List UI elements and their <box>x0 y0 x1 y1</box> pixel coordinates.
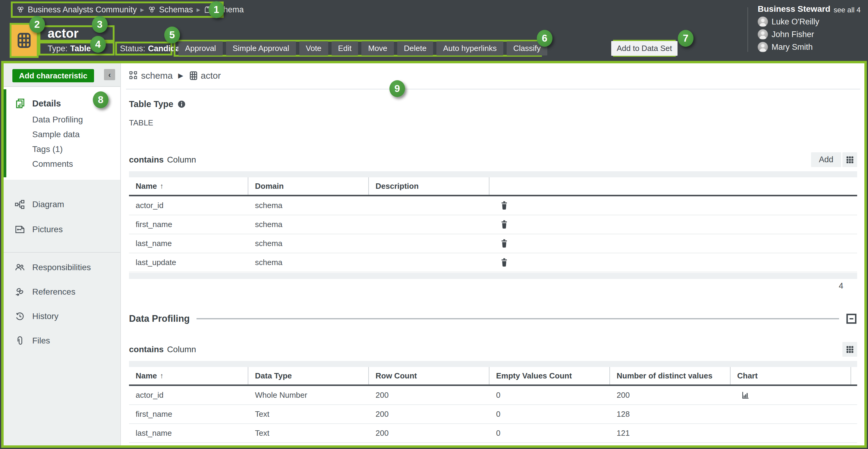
delete-button[interactable]: Delete <box>397 41 433 56</box>
cell-domain[interactable]: schema <box>248 234 369 253</box>
table-bottom-band <box>129 273 857 279</box>
sidebar-divider <box>4 252 120 253</box>
callout-badge-6: 6 <box>537 30 553 47</box>
breadcrumb-separator-icon: ▸ <box>196 5 200 14</box>
column-row-last_update: last_update schema <box>129 253 857 272</box>
column-row-first_name: first_name schema <box>129 215 857 234</box>
cell-name: last_name <box>129 424 248 442</box>
add-to-dataset-button[interactable]: Add to Data Set <box>611 41 678 56</box>
column-header-domain[interactable]: Domain <box>248 177 369 195</box>
see-all-link[interactable]: see all 4 <box>834 6 861 14</box>
table-view-toggle-button[interactable] <box>842 152 857 167</box>
top-header: Business Analysts Community ▸ Schemas ▸ … <box>0 0 868 61</box>
delete-icon[interactable] <box>500 201 509 211</box>
sidebar-item-references[interactable]: References <box>4 279 120 304</box>
delete-icon[interactable] <box>500 219 509 230</box>
sidebar-collapse-button[interactable]: ‹ <box>104 69 115 80</box>
avatar <box>758 17 768 27</box>
cell-name: last_name <box>129 234 248 253</box>
asset-status-box: Status: Candidate <box>115 41 173 56</box>
cell-empty-values: 0 <box>490 386 610 405</box>
table-type-heading: Table Type <box>129 99 173 109</box>
avatar <box>758 42 768 52</box>
auto-hyperlinks-button[interactable]: Auto hyperlinks <box>436 41 503 56</box>
column-header-distinct-values[interactable]: Number of distinct values <box>610 367 731 385</box>
cell-name: first_name <box>129 405 248 423</box>
breadcrumb-label: Schemas <box>159 5 193 14</box>
edit-button[interactable]: Edit <box>332 41 358 56</box>
column-header-filler <box>851 367 858 385</box>
sidebar-item-sample-data[interactable]: Sample data <box>4 127 120 142</box>
sidebar-item-comments[interactable]: Comments <box>4 156 120 171</box>
steward-row[interactable]: Luke O'Reilly <box>758 16 819 27</box>
sidebar-item-label: Comments <box>32 159 73 169</box>
table-icon <box>16 32 33 49</box>
sidebar-item-pictures[interactable]: Pictures <box>4 217 120 242</box>
breadcrumb-item-community[interactable]: Business Analysts Community <box>16 5 137 14</box>
community-icon <box>148 5 156 14</box>
action-buttons-bar: Approval Simple Approval Vote Edit Move … <box>174 40 542 57</box>
column-header-description[interactable]: Description <box>369 177 490 195</box>
steward-name: Mary Smith <box>772 42 813 52</box>
cell-domain[interactable]: schema <box>248 196 369 215</box>
column-header-name[interactable]: Name ↑ <box>129 367 248 385</box>
sidebar-item-label: Pictures <box>32 224 63 234</box>
column-header-name[interactable]: Name ↑ <box>129 177 248 195</box>
cell-domain[interactable]: schema <box>248 253 369 272</box>
relation-label: contains <box>129 345 164 354</box>
simple-approval-button[interactable]: Simple Approval <box>226 41 296 56</box>
content-breadcrumb-parent[interactable]: schema <box>141 70 173 81</box>
sidebar-item-label: Responsibilities <box>32 263 91 272</box>
breadcrumb: Business Analysts Community ▸ Schemas ▸ … <box>11 1 224 18</box>
chart-icon[interactable] <box>741 391 750 400</box>
sidebar-item-tags[interactable]: Tags (1) <box>4 142 120 156</box>
callout-badge-4: 4 <box>90 36 106 53</box>
content-breadcrumb-current: actor <box>201 70 221 81</box>
sidebar-item-data-profiling[interactable]: Data Profiling <box>4 112 120 127</box>
column-header-empty-values[interactable]: Empty Values Count <box>490 367 610 385</box>
cell-description <box>369 253 490 272</box>
profiling-table: Name ↑ Data Type Row Count Empty Values … <box>129 361 857 445</box>
data-profiling-section-header: Data Profiling <box>129 313 857 325</box>
collibra-asset-page: Business Analysts Community ▸ Schemas ▸ … <box>0 0 868 449</box>
callout-badge-7: 7 <box>678 30 693 47</box>
sidebar-item-diagram[interactable]: Diagram <box>4 192 120 217</box>
sidebar-item-responsibilities[interactable]: Responsibilities <box>4 255 120 279</box>
profiling-row-last_name: last_name Text 200 0 121 <box>129 424 857 443</box>
details-doc-icon <box>15 98 26 109</box>
sort-ascending-icon: ↑ <box>160 371 164 380</box>
community-icon <box>16 5 25 14</box>
cell-domain[interactable]: schema <box>248 215 369 234</box>
collapse-section-icon[interactable] <box>846 313 857 325</box>
steward-row[interactable]: Mary Smith <box>758 41 819 53</box>
move-button[interactable]: Move <box>361 41 394 56</box>
delete-icon[interactable] <box>500 239 509 249</box>
table-view-toggle-button[interactable] <box>842 342 857 357</box>
vote-button[interactable]: Vote <box>299 41 328 56</box>
steward-row[interactable]: John Fisher <box>758 29 819 40</box>
page-title: actor <box>48 26 79 41</box>
grid-view-icon <box>845 155 855 164</box>
sidebar-item-files[interactable]: Files <box>4 328 120 353</box>
breadcrumb-label: Business Analysts Community <box>28 5 137 14</box>
column-header-row-count[interactable]: Row Count <box>369 367 490 385</box>
cell-empty-values: 0 <box>490 424 610 442</box>
column-header-data-type[interactable]: Data Type <box>248 367 369 385</box>
callout-badge-5: 5 <box>164 27 180 43</box>
cell-name: last_update <box>129 443 248 445</box>
column-row-actor_id: actor_id schema <box>129 196 857 215</box>
history-icon <box>15 311 25 322</box>
add-column-button[interactable]: Add <box>811 152 841 167</box>
breadcrumb-separator-icon: ▸ <box>141 5 144 14</box>
profiling-row-first_name: first_name Text 200 0 128 <box>129 405 857 424</box>
add-characteristic-button[interactable]: Add characteristic <box>12 69 94 82</box>
table-icon <box>189 71 198 81</box>
info-icon[interactable] <box>178 100 186 108</box>
avatar <box>758 29 768 39</box>
cell-distinct-values: 1 <box>610 443 731 445</box>
section-title: Data Profiling <box>129 313 190 324</box>
delete-icon[interactable] <box>500 258 509 268</box>
approval-button[interactable]: Approval <box>179 41 223 56</box>
sidebar-item-history[interactable]: History <box>4 304 120 328</box>
breadcrumb-item-schemas[interactable]: Schemas <box>148 5 193 14</box>
